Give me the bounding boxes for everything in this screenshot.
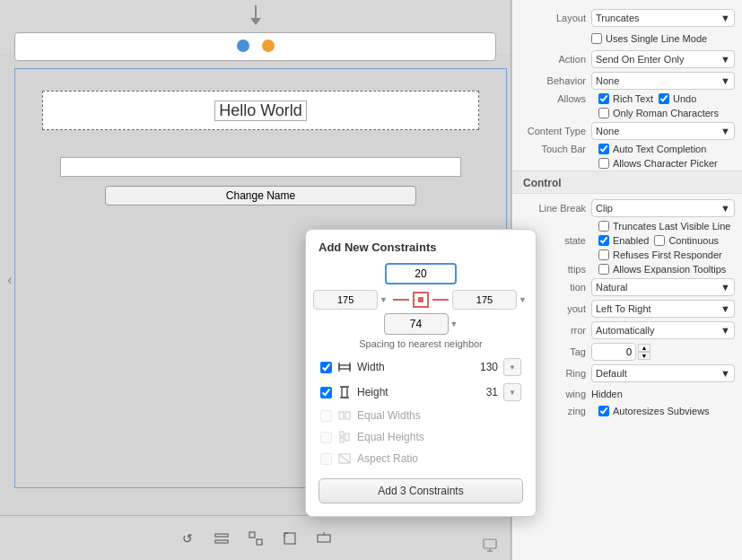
action-row: Action Send On Enter Only ▼: [512, 48, 742, 70]
bottom-constraint-input[interactable]: [384, 313, 449, 335]
single-line-row: Uses Single Line Mode: [512, 29, 742, 48]
text-field[interactable]: [60, 157, 461, 177]
auto-text-checkbox[interactable]: [598, 144, 609, 154]
ltr-dropdown[interactable]: Left To Right ▼: [591, 300, 735, 318]
right-panel: Layout Truncates ▼ Uses Single Line Mode…: [511, 0, 742, 560]
behavior-dropdown-arrow: ▼: [720, 75, 730, 86]
orange-circle-icon: [262, 39, 275, 55]
svg-rect-2: [339, 365, 350, 369]
content-type-dropdown[interactable]: None ▼: [591, 122, 735, 140]
svg-rect-12: [345, 433, 349, 441]
char-picker-label: Allows Character Picker: [613, 158, 718, 169]
continuous-label: Continuous: [668, 235, 719, 246]
content-type-label: Content Type: [519, 126, 591, 136]
char-picker-checkbox[interactable]: [598, 158, 609, 169]
truncates-checkbox[interactable]: [598, 221, 609, 232]
equal-widths-checkbox[interactable]: [320, 410, 332, 422]
svg-rect-19: [284, 533, 295, 544]
width-icon: [337, 360, 352, 374]
left-nav-arrow[interactable]: ‹: [2, 272, 18, 288]
equal-widths-label: Equal Widths: [357, 409, 521, 422]
popup-title: Add New Constraints: [319, 241, 523, 254]
line-break-label: Line Break: [519, 203, 591, 214]
layout-dropdown[interactable]: Truncates ▼: [591, 9, 735, 27]
rich-text-checkbox[interactable]: [598, 93, 609, 104]
height-dropdown[interactable]: ▼: [503, 383, 521, 401]
equal-heights-checkbox[interactable]: [320, 432, 332, 443]
layout-dropdown-arrow: ▼: [720, 13, 730, 23]
tooltips-row: ttips Allows Expansion Tooltips: [512, 262, 742, 276]
ltr-arrow: ▼: [720, 303, 730, 314]
autoresizes-label: Autoresizes Subviews: [613, 406, 710, 416]
width-checkbox[interactable]: [320, 362, 332, 373]
undo-label: Undo: [673, 93, 696, 104]
top-constraint-input[interactable]: [385, 263, 457, 284]
tag-input[interactable]: [591, 343, 636, 361]
equal-heights-label: Equal Heights: [357, 431, 521, 443]
add-constraints-button[interactable]: Add 3 Constraints: [319, 478, 523, 503]
action-dropdown[interactable]: Send On Enter Only ▼: [591, 50, 735, 68]
aspect-ratio-checkbox[interactable]: [320, 453, 332, 465]
behavior-dropdown[interactable]: None ▼: [591, 72, 735, 90]
refuses-checkbox[interactable]: [598, 249, 609, 260]
tag-increment[interactable]: ▲: [638, 344, 650, 352]
automatically-dropdown[interactable]: Automatically ▼: [591, 321, 735, 339]
height-value: 31: [462, 386, 498, 398]
allows-row-2: Only Roman Characters: [512, 106, 742, 120]
tag-stepper[interactable]: ▲ ▼: [638, 344, 650, 360]
height-row: Height 31 ▼: [319, 381, 523, 403]
ring-row: Ring Default ▼: [512, 363, 742, 384]
left-dash: [393, 299, 409, 301]
bottom-toolbar: ↺: [0, 515, 511, 560]
resize-icon[interactable]: [280, 529, 300, 548]
refuses-label: Refuses First Responder: [613, 249, 722, 260]
automatically-arrow: ▼: [720, 325, 730, 336]
tab-bar[interactable]: [14, 32, 496, 61]
svg-rect-17: [249, 532, 255, 538]
refresh-icon[interactable]: ↺: [178, 529, 197, 548]
autoresizes-checkbox[interactable]: [598, 406, 609, 416]
align-icon[interactable]: [212, 529, 231, 548]
svg-rect-11: [340, 438, 344, 442]
right-constraint-input[interactable]: [452, 290, 517, 310]
aspect-ratio-icon: [337, 451, 352, 466]
down-arrow-icon: [245, 4, 266, 29]
change-name-button[interactable]: Change Name: [105, 186, 416, 206]
height-checkbox[interactable]: [320, 387, 332, 398]
hello-world-element[interactable]: Hello World: [42, 91, 479, 130]
svg-line-14: [339, 454, 350, 463]
svg-rect-18: [257, 539, 262, 545]
width-dropdown[interactable]: ▼: [503, 358, 521, 376]
embed-icon[interactable]: [314, 529, 334, 548]
svg-rect-5: [342, 387, 347, 398]
screen-icon[interactable]: [480, 535, 500, 555]
continuous-checkbox[interactable]: [654, 235, 665, 246]
line-break-dropdown[interactable]: Clip ▼: [591, 199, 735, 217]
natural-dropdown[interactable]: Natural ▼: [591, 278, 735, 296]
behavior-label: Behavior: [519, 75, 591, 86]
aspect-ratio-label: Aspect Ratio: [357, 452, 521, 465]
ring-dropdown[interactable]: Default ▼: [591, 364, 735, 382]
svg-rect-22: [318, 535, 330, 542]
natural-row: tion Natural ▼: [512, 276, 742, 298]
action-dropdown-arrow: ▼: [720, 54, 730, 65]
spacing-label: Spacing to nearest neighbor: [319, 338, 523, 349]
distribute-icon[interactable]: [246, 529, 266, 548]
wing-row: wing Hidden: [512, 384, 742, 404]
tag-decrement[interactable]: ▼: [638, 352, 650, 360]
equal-widths-icon: [337, 408, 352, 423]
layout-row: Layout Truncates ▼: [512, 7, 742, 29]
equal-heights-row: Equal Heights: [319, 428, 523, 446]
content-type-arrow: ▼: [720, 126, 730, 136]
enabled-checkbox[interactable]: [598, 235, 609, 246]
auto-text-label: Auto Text Completion: [613, 144, 706, 154]
equal-widths-row: Equal Widths: [319, 407, 523, 424]
undo-checkbox[interactable]: [659, 93, 669, 104]
hello-world-text[interactable]: Hello World: [214, 101, 307, 121]
roman-chars-checkbox[interactable]: [598, 108, 609, 118]
single-line-checkbox[interactable]: [591, 33, 602, 44]
autoresizes-row: zing Autoresizes Subviews: [512, 404, 742, 418]
expansion-tooltips-checkbox[interactable]: [598, 264, 609, 275]
control-section-header: Control: [512, 171, 742, 194]
left-constraint-input[interactable]: [313, 290, 378, 310]
